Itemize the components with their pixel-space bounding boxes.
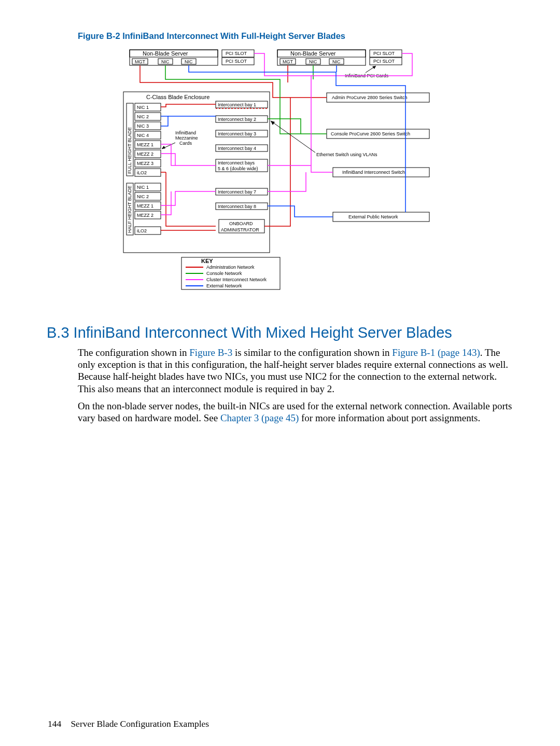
svg-text:PCI SLOT: PCI SLOT [226,51,247,56]
svg-marker-96 [271,121,275,125]
svg-text:MGT: MGT [283,59,293,64]
section-heading: B.3 InfiniBand Interconnect With Mixed H… [47,324,513,341]
svg-text:PCI SLOT: PCI SLOT [373,51,395,56]
svg-text:Cluster Interconnect Network: Cluster Interconnect Network [206,277,267,282]
svr1-title: Non-Blade Server [143,50,188,57]
svg-text:Mezzanine: Mezzanine [175,135,198,141]
page-footer: 144 Server Blade Configuration Examples [48,719,209,729]
svg-text:Interconnect bay 4: Interconnect bay 4 [218,146,256,151]
svg-text:Cards: Cards [179,141,192,146]
svg-text:NIC: NIC [185,59,193,64]
footer-text: Server Blade Configuration Examples [71,719,209,729]
svg-text:NIC 2: NIC 2 [137,114,149,119]
svg-text:InfiniBand: InfiniBand [175,130,196,135]
svg-text:ONBOARD: ONBOARD [229,221,253,226]
svg-text:iLO2: iLO2 [137,170,147,175]
svg-text:NIC 4: NIC 4 [137,133,149,138]
diagram-svg: Non-Blade Server MGT NIC NIC PCI SLOT PC… [114,47,446,307]
svg-text:MEZZ 2: MEZZ 2 [137,151,153,157]
svg-text:NIC 2: NIC 2 [137,194,149,199]
page: Figure B-2 InfiniBand Interconnect With … [0,0,560,746]
link-chapter-3[interactable]: Chapter 3 (page 45) [220,412,299,423]
page-number: 144 [48,719,68,729]
svg-text:NIC 3: NIC 3 [137,123,149,129]
svg-text:Ethernet Switch using VLANs: Ethernet Switch using VLANs [316,152,377,157]
svg-text:MEZZ 1: MEZZ 1 [137,142,153,147]
svg-text:PCI SLOT: PCI SLOT [226,59,247,64]
bays: Interconnect bay 1 Interconnect bay 2 In… [216,101,268,233]
svg-marker-26 [372,66,376,69]
svg-text:Interconnect bay 3: Interconnect bay 3 [218,131,256,136]
svg-text:Interconnect bay 7: Interconnect bay 7 [218,189,256,195]
svg-text:NIC: NIC [161,59,170,64]
svg-text:Interconnect bay 8: Interconnect bay 8 [218,204,256,209]
svg-text:External Public Network: External Public Network [348,214,398,219]
svg-text:Administration Network: Administration Network [206,265,255,270]
svg-text:Interconnect bays: Interconnect bays [218,160,255,165]
svg-text:Console Network: Console Network [206,271,242,276]
svg-text:InfiniBand Interconnect Switch: InfiniBand Interconnect Switch [342,170,405,175]
svg-text:External Network: External Network [206,283,242,288]
svg-text:KEY: KEY [201,258,213,264]
svg-text:MEZZ 3: MEZZ 3 [137,161,153,166]
svg-text:Interconnect bay 1: Interconnect bay 1 [218,102,256,107]
full-items: NIC 1 NIC 2 NIC 3 NIC 4 MEZZ 1 MEZZ 2 ME… [135,103,161,176]
svg-text:ADMINISTRATOR: ADMINISTRATOR [221,227,259,232]
link-figure-b3[interactable]: Figure B-3 [189,347,232,358]
svg-text:Admin ProCurve 2800 Series Swi: Admin ProCurve 2800 Series Switch [332,95,408,100]
svg-text:NIC: NIC [309,59,317,64]
svg-text:C-Class Blade Enclosure: C-Class Blade Enclosure [146,94,209,100]
svg-line-95 [271,121,315,153]
svr2-title: Non-Blade Server [290,50,336,57]
svg-text:5 & 6 (double wide): 5 & 6 (double wide) [218,166,258,171]
figure-caption: Figure B-2 InfiniBand Interconnect With … [78,31,513,41]
svg-text:PCI SLOT: PCI SLOT [373,59,395,64]
svg-text:Interconnect bay 2: Interconnect bay 2 [218,117,256,122]
svg-text:NIC: NIC [332,59,341,64]
svg-text:MEZZ 2: MEZZ 2 [137,213,153,218]
link-figure-b1[interactable]: Figure B-1 (page 143) [392,347,480,358]
svg-text:iLO2: iLO2 [137,228,147,233]
section-paragraph-2: On the non-blade server nodes, the built… [78,400,513,424]
svg-text:FULL HEIGHT BLADE: FULL HEIGHT BLADE [127,127,132,174]
svg-text:Console ProCurve 2600 Series S: Console ProCurve 2600 Series Switch [331,131,410,136]
section-paragraph-1: The configuration shown in Figure B-3 is… [78,347,513,395]
svg-text:NIC 1: NIC 1 [137,185,149,190]
half-items: NIC 1 NIC 2 MEZZ 1 MEZZ 2 iLO2 [135,183,161,234]
svg-text:MGT: MGT [135,59,145,64]
svg-text:NIC 1: NIC 1 [137,105,149,110]
svg-text:HALF HEIGHT BLADE: HALF HEIGHT BLADE [127,186,132,233]
svg-text:MEZZ 1: MEZZ 1 [137,203,153,209]
figure-diagram: Non-Blade Server MGT NIC NIC PCI SLOT PC… [47,47,513,309]
